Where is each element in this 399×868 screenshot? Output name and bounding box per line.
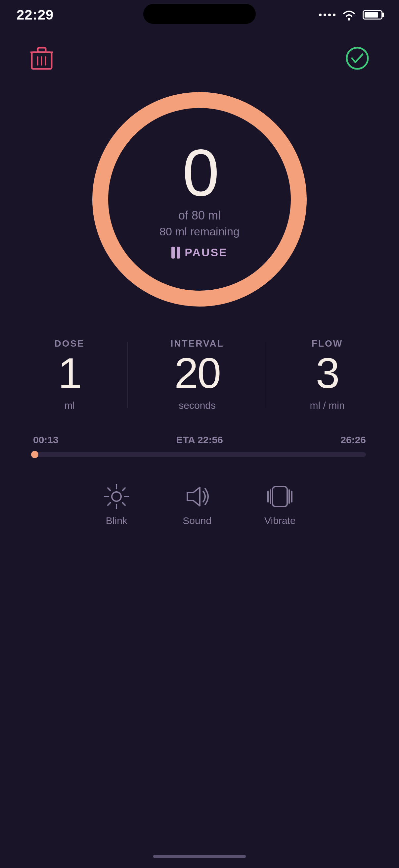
circle-center: 0 of 80 ml 80 ml remaining PAUSE bbox=[160, 140, 239, 259]
stats-section: DOSE 1 ml INTERVAL 20 seconds FLOW 3 ml … bbox=[13, 338, 386, 411]
wifi-icon bbox=[341, 9, 357, 21]
status-time: 22:29 bbox=[16, 7, 54, 23]
sound-label: Sound bbox=[182, 515, 211, 526]
blink-icon-container bbox=[103, 483, 130, 510]
svg-marker-17 bbox=[187, 487, 200, 506]
svg-point-0 bbox=[348, 18, 351, 21]
progress-section: 00:13 ETA 22:56 26:26 bbox=[13, 434, 386, 457]
flow-unit: ml / min bbox=[310, 400, 345, 411]
vibrate-button[interactable]: Vibrate bbox=[264, 483, 296, 526]
pause-button[interactable]: PAUSE bbox=[171, 246, 228, 259]
svg-point-7 bbox=[347, 48, 368, 69]
status-icons bbox=[319, 9, 383, 21]
progress-dot bbox=[31, 451, 38, 458]
blink-button[interactable]: Blink bbox=[103, 483, 130, 526]
vibrate-icon-container bbox=[267, 483, 293, 510]
eta-time: ETA 22:56 bbox=[176, 434, 223, 445]
progress-bar-fill bbox=[33, 452, 36, 457]
flow-label: FLOW bbox=[312, 338, 343, 349]
circular-progress: 0 of 80 ml 80 ml remaining PAUSE bbox=[87, 87, 312, 312]
stat-flow: FLOW 3 ml / min bbox=[310, 338, 345, 411]
blink-icon bbox=[103, 483, 130, 510]
sound-button[interactable]: Sound bbox=[182, 483, 211, 526]
sound-icon bbox=[184, 483, 210, 510]
signal-icon bbox=[319, 13, 335, 16]
bottom-icons: Blink Sound bbox=[103, 483, 295, 526]
flow-value: 3 bbox=[315, 351, 338, 395]
vibrate-label: Vibrate bbox=[264, 515, 296, 526]
current-dose: 0 bbox=[182, 140, 217, 206]
home-indicator bbox=[153, 855, 246, 858]
svg-rect-3 bbox=[38, 48, 46, 52]
dose-value: 1 bbox=[58, 351, 81, 395]
delete-button[interactable] bbox=[30, 46, 54, 70]
elapsed-time: 00:13 bbox=[33, 434, 59, 445]
dose-unit: ml bbox=[64, 400, 75, 411]
svg-line-15 bbox=[123, 488, 125, 491]
interval-value: 20 bbox=[174, 351, 220, 395]
main-content: 0 of 80 ml 80 ml remaining PAUSE DOSE 1 … bbox=[0, 27, 399, 526]
divider-1 bbox=[127, 342, 128, 408]
stat-interval: INTERVAL 20 seconds bbox=[170, 338, 224, 411]
svg-line-16 bbox=[108, 502, 110, 505]
svg-point-8 bbox=[112, 492, 121, 501]
svg-line-14 bbox=[123, 502, 125, 505]
divider-2 bbox=[267, 342, 267, 408]
status-bar: 22:29 bbox=[0, 0, 399, 27]
progress-bar-track bbox=[33, 452, 366, 457]
pause-icon bbox=[171, 247, 180, 258]
vibrate-icon bbox=[267, 483, 293, 510]
total-time: 26:26 bbox=[340, 434, 366, 445]
interval-label: INTERVAL bbox=[170, 338, 224, 349]
pause-label: PAUSE bbox=[185, 246, 228, 259]
notch bbox=[143, 4, 256, 24]
stat-dose: DOSE 1 ml bbox=[54, 338, 85, 411]
svg-rect-18 bbox=[273, 487, 287, 506]
total-dose: of 80 ml bbox=[178, 209, 221, 222]
sound-icon-container bbox=[184, 483, 210, 510]
dose-label: DOSE bbox=[54, 338, 85, 349]
interval-unit: seconds bbox=[179, 400, 216, 411]
action-buttons bbox=[13, 36, 386, 80]
blink-label: Blink bbox=[106, 515, 127, 526]
confirm-button[interactable] bbox=[345, 46, 369, 70]
battery-icon bbox=[363, 10, 383, 20]
progress-labels: 00:13 ETA 22:56 26:26 bbox=[33, 434, 366, 445]
svg-line-13 bbox=[108, 488, 110, 491]
remaining-dose: 80 ml remaining bbox=[160, 225, 239, 238]
